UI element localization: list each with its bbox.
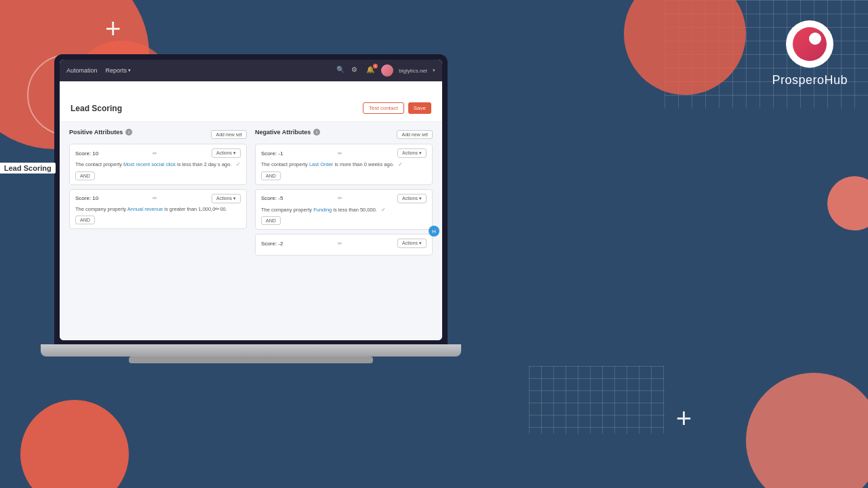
logo-name-light: Hub (824, 73, 848, 87)
lead-scoring-label: Lead Scoring (0, 163, 56, 174)
nav-item-reports[interactable]: Reports ▾ (106, 67, 132, 74)
page-title-bar: Lead Scoring Test contact Save (60, 95, 442, 122)
negative-score-card-1: Score: -1 ✏ Actions ▾ The contact proper… (255, 144, 433, 185)
settings-icon[interactable]: ⚙ (351, 66, 361, 75)
nav-domain-arrow: ▾ (433, 68, 435, 73)
laptop-stand (129, 357, 373, 363)
nav-icons: 🔍 ⚙ 🔔 1 biglytics.net ▾ (336, 64, 435, 77)
laptop-screen: Automation Reports ▾ 🔍 ⚙ 🔔 1 biglytics.n… (60, 60, 442, 340)
negative-score-card-1-header: Score: -1 ✏ Actions ▾ (261, 148, 427, 158)
page-title: Lead Scoring (71, 104, 122, 113)
app-content-header: Lead Scoring Test contact Save (60, 81, 442, 122)
positive-score-2-label: Score: 10 (75, 195, 98, 201)
decorative-grid-bottom-right (529, 366, 665, 434)
negative-score-2-label: Score: -5 (261, 195, 283, 201)
scoring-content: Positive Attributes i Add new set Score:… (60, 122, 442, 340)
negative-score-3-label: Score: -2 (261, 241, 283, 247)
positive-score-2-edit-icon[interactable]: ✏ (153, 195, 157, 201)
negative-score-3-actions-button[interactable]: Actions ▾ (397, 239, 427, 248)
decorative-blob-right-small (827, 176, 868, 230)
logo-circle (786, 20, 833, 68)
positive-attributes-title: Positive Attributes i (69, 129, 132, 136)
negative-add-new-set-button[interactable]: Add new set (397, 130, 433, 139)
notifications-icon-wrapper[interactable]: 🔔 1 (366, 66, 376, 75)
user-avatar[interactable] (381, 64, 393, 77)
logo-text: ProsperoHub (772, 73, 848, 87)
laptop-bezel: Automation Reports ▾ 🔍 ⚙ 🔔 1 biglytics.n… (54, 54, 448, 346)
negative-condition-2-check: ✓ (381, 207, 386, 213)
positive-condition-1-check: ✓ (236, 161, 241, 167)
app-navbar: Automation Reports ▾ 🔍 ⚙ 🔔 1 biglytics.n… (60, 60, 442, 81)
positive-score-card-2: Score: 10 ✏ Actions ▾ The company proper… (69, 189, 247, 230)
test-contact-button[interactable]: Test contact (363, 102, 404, 114)
negative-condition-2: The company property Funding is less tha… (261, 206, 427, 214)
notification-badge: 1 (373, 64, 378, 68)
positive-score-card-2-header: Score: 10 ✏ Actions ▾ (75, 194, 241, 203)
positive-add-new-set-button[interactable]: Add new set (211, 130, 247, 139)
search-icon[interactable]: 🔍 (336, 66, 346, 75)
laptop-wrapper: Automation Reports ▾ 🔍 ⚙ 🔔 1 biglytics.n… (54, 54, 461, 420)
negative-attributes-header: Negative Attributes i Add new set (255, 129, 433, 140)
negative-score-2-edit-icon[interactable]: ✏ (338, 195, 342, 201)
negative-attributes-title: Negative Attributes i (255, 129, 320, 136)
negative-score-card-3-header: Score: -2 ✏ Actions ▾ (261, 239, 427, 248)
scroll-indicator[interactable]: H (429, 226, 439, 237)
negative-condition-1-check: ✓ (398, 161, 403, 167)
negative-info-icon: i (313, 129, 320, 136)
negative-score-card-3: Score: -2 ✏ Actions ▾ (255, 234, 433, 256)
negative-and-btn-1[interactable]: AND (261, 171, 427, 180)
negative-condition-2-link[interactable]: Funding (313, 207, 332, 213)
laptop-base (41, 344, 461, 357)
nav-item-automation[interactable]: Automation (66, 67, 98, 74)
decorative-plus-bottom-right: + (676, 403, 692, 434)
decorative-plus-top-left: + (105, 14, 121, 44)
negative-score-card-2: Score: -5 ✏ Actions ▾ The company proper… (255, 189, 433, 230)
positive-condition-1: The contact property Most recent social … (75, 161, 241, 169)
negative-score-2-actions-button[interactable]: Actions ▾ (397, 194, 427, 203)
logo-area: ProsperoHub (772, 20, 848, 87)
positive-attributes-col: Positive Attributes i Add new set Score:… (69, 129, 247, 260)
negative-and-btn-2[interactable]: AND (261, 216, 427, 225)
negative-score-card-2-header: Score: -5 ✏ Actions ▾ (261, 194, 427, 203)
nav-domain[interactable]: biglytics.net (399, 68, 427, 74)
attributes-grid: Positive Attributes i Add new set Score:… (69, 129, 433, 260)
page-actions: Test contact Save (363, 102, 431, 114)
positive-score-1-label: Score: 10 (75, 150, 98, 157)
positive-condition-1-link[interactable]: Most recent social click (123, 161, 176, 167)
positive-and-btn-1[interactable]: AND (75, 171, 241, 180)
positive-score-card-1-header: Score: 10 ✏ Actions ▾ (75, 148, 241, 158)
negative-attributes-col: Negative Attributes i Add new set Score:… (255, 129, 433, 260)
negative-score-1-label: Score: -1 (261, 150, 283, 157)
positive-condition-2: The company property Annual revenue is g… (75, 206, 241, 214)
positive-score-card-1: Score: 10 ✏ Actions ▾ The contact proper… (69, 144, 247, 185)
positive-score-1-actions-button[interactable]: Actions ▾ (212, 148, 241, 158)
positive-score-1-edit-icon[interactable]: ✏ (153, 150, 157, 157)
negative-score-1-edit-icon[interactable]: ✏ (338, 150, 342, 157)
negative-condition-1-link[interactable]: Last Order (309, 161, 333, 167)
logo-name-bold: Prospero (772, 73, 824, 87)
negative-score-1-actions-button[interactable]: Actions ▾ (397, 148, 427, 158)
positive-condition-2-link[interactable]: Annual revenue (127, 206, 163, 212)
positive-score-2-actions-button[interactable]: Actions ▾ (212, 194, 241, 203)
positive-and-btn-2[interactable]: AND (75, 216, 241, 224)
positive-attributes-header: Positive Attributes i Add new set (69, 129, 247, 140)
positive-info-icon: i (125, 129, 132, 136)
negative-condition-1: The contact property Last Order is more … (261, 161, 427, 169)
negative-score-3-edit-icon[interactable]: ✏ (338, 241, 342, 247)
decorative-blob-bottom-right (746, 373, 868, 488)
save-button[interactable]: Save (408, 102, 431, 114)
logo-icon (793, 27, 827, 61)
